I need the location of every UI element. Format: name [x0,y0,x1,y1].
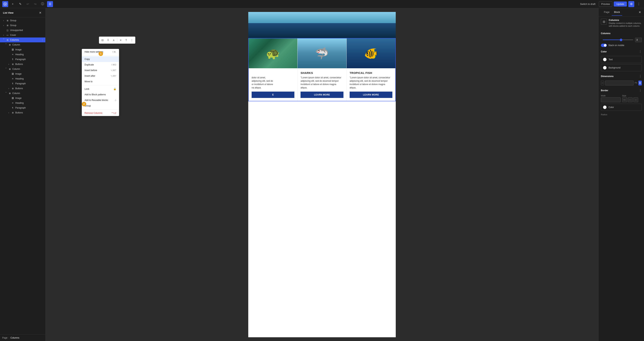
border-style-label: Style [622,95,642,97]
sidebar-tree: › ⊞ Group › ⊞ Group › ◫ Unsupported › ▭ … [0,17,45,334]
sidebar-title: List View [3,11,14,14]
more-options-toolbar-button[interactable]: ⋮ [129,37,134,43]
paragraph-block-icon: ¶ [11,82,14,85]
text-color-option[interactable]: Text [601,56,642,63]
item-options-icon[interactable]: ⋮ [41,38,44,41]
sidebar-item-col3-heading[interactable]: › H Heading [0,100,45,105]
sidebar-item-columns[interactable]: › ⊟ Columns ⋮ [0,37,45,42]
info-button[interactable]: ⓘ [40,1,46,7]
edit-button[interactable]: ✎ [17,1,23,7]
menu-item-copy[interactable]: Copy [82,56,119,62]
drag-handle-button[interactable]: ⠿ [106,37,111,43]
switch-to-draft-button[interactable]: Switch to draft [578,1,597,6]
sidebar-item-col2-paragraph[interactable]: › ¶ Paragraph [0,81,45,86]
border-more-button[interactable]: ⋮ [639,89,642,92]
sidebar-item-col1-image[interactable]: › 🖼 Image [0,47,45,52]
step-badge-1: 1 [98,51,103,56]
columns-section-header: Columns [601,30,642,36]
padding-input[interactable] [605,81,634,85]
menu-label: Copy [84,58,90,60]
menu-label: Move to [84,80,92,83]
shortcut-label: ⌥⌘T [110,69,116,72]
preview-button[interactable]: Preview [599,1,612,7]
sidebar-item-unsupported[interactable]: › ◫ Unsupported [0,28,45,33]
background-color-label: Background [608,66,620,69]
sidebar-item-group2[interactable]: › ⊞ Group [0,23,45,28]
breadcrumb-page[interactable]: Page [2,337,8,339]
sidebar-item-column1[interactable]: › ⊠ Column [0,42,45,47]
columns-view-button[interactable]: ⊟ [100,37,105,43]
sidebar-item-col2-image[interactable]: › 🖼 Image [0,71,45,76]
sidebar-header: List View ✕ [0,8,45,17]
dimensions-more-button[interactable]: ⋮ [639,74,642,78]
chevron-icon: › [8,63,10,65]
more-options-button[interactable]: ⋮ [636,1,642,7]
canvas-area: ⊟ ⠿ ∧ ≡ T ⋮ 🐢 TURTLE dolor sit ame [46,8,598,341]
sidebar-item-col1-paragraph[interactable]: › ¶ Paragraph [0,57,45,62]
sidebar-item-col3-paragraph[interactable]: › ¶ Paragraph [0,105,45,110]
sidebar-item-col1-buttons[interactable]: › ⊞ Buttons [0,62,45,67]
menu-item-move-to[interactable]: Move to [82,79,119,84]
link-dimensions-button[interactable]: ⛓ [638,81,642,85]
list-view-button[interactable]: ☰ [47,1,53,7]
learn-more-button-col2[interactable]: LEARN MORE [300,92,343,98]
move-up-button[interactable]: ∧ [111,37,116,43]
sidebar-item-col2-buttons[interactable]: › ⊞ Buttons [0,86,45,91]
lock-icon: 🔒 [113,87,116,90]
right-sidebar-close-button[interactable]: ✕ [638,10,641,14]
stack-on-mobile-toggle[interactable] [601,44,607,47]
sidebar-close-button[interactable]: ✕ [38,10,42,15]
sidebar-item-label: Unsupported [10,29,44,31]
shortcut-label: ⇧⌘D [111,64,116,66]
menu-item-duplicate[interactable]: Duplicate ⇧⌘D [82,62,119,67]
sidebar-item-label: Column [12,92,44,95]
menu-item-add-reusable[interactable]: Add to Reusable blocks ◇ [82,97,119,103]
border-dotted-button[interactable]: ··· [633,97,638,102]
sidebar-item-col3-buttons[interactable]: › ⊞ Buttons [0,110,45,115]
block-info-text: Columns Display content in multiple colu… [609,19,642,28]
border-dashed-button[interactable]: - - [628,97,632,102]
ocean-deep [248,23,396,38]
breadcrumb-columns[interactable]: Columns [10,337,19,339]
redo-button[interactable]: ↪ [32,1,38,7]
menu-item-group[interactable]: Group [82,103,119,109]
sidebar-item-column2[interactable]: › ⊠ Column [0,67,45,71]
columns-control-row [601,38,642,42]
sidebar-item-col1-heading[interactable]: › H Heading [0,52,45,57]
sidebar-item-label: Group [10,19,44,22]
menu-item-add-block-patterns[interactable]: Add to Block patterns [82,92,119,97]
sidebar-item-column3[interactable]: › ⊠ Column [0,91,45,96]
columns-number-input[interactable] [635,38,642,42]
text-color-swatch [603,58,607,61]
menu-item-remove-columns[interactable]: Remove Columns ^⌥Z [82,110,119,116]
sidebar-item-cover[interactable]: › ▭ Cover [0,33,45,37]
slider-thumb[interactable] [620,39,622,41]
menu-item-insert-after[interactable]: Insert after ⌥⌘Y [82,73,119,79]
border-solid-button[interactable]: — [622,97,627,102]
border-width-input[interactable] [601,97,621,102]
text-align-button[interactable]: T [124,37,129,43]
learn-more-button-col3[interactable]: LEARN MORE [350,92,392,98]
buttons-block-icon: ⊞ [11,63,14,66]
border-color-option[interactable]: Color [601,104,642,111]
sidebar-item-label: Heading [15,77,44,80]
sidebar-item-group1[interactable]: › ⊞ Group [0,18,45,23]
border-section-header: Border ⋮ [601,88,642,93]
menu-item-insert-before[interactable]: Insert before ⌥⌘T [82,67,119,73]
learn-more-button-col1[interactable]: E [252,92,294,98]
update-button[interactable]: Update [614,1,627,6]
sidebar-item-col3-image[interactable]: › 🖼 Image [0,96,45,100]
add-block-button[interactable]: ＋ [10,1,16,7]
tab-page[interactable]: Page [602,9,612,16]
align-button[interactable]: ≡ [118,37,123,43]
menu-item-lock[interactable]: Lock 🔒 [82,86,119,92]
settings-gear-button[interactable]: ⚙ [628,1,634,7]
undo-button[interactable]: ↩ [25,1,30,7]
color-more-button[interactable]: ⋮ [639,50,642,53]
column-3-content: TROPICAL FISH "Lorem ipsum dolor sit ame… [347,68,395,101]
menu-label: Insert before [84,69,97,72]
sidebar-item-col2-heading[interactable]: › H Heading [0,76,45,81]
tab-block[interactable]: Block [612,9,622,16]
columns-slider[interactable] [603,38,633,41]
background-color-option[interactable]: Background [601,64,642,71]
